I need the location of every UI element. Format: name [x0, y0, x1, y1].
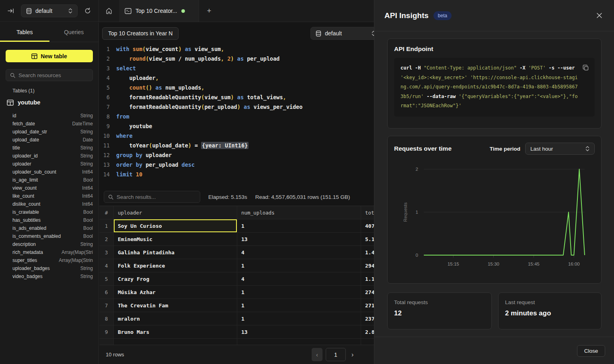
table-grid-icon [7, 100, 14, 106]
cell-num-uploads[interactable]: 13 [237, 233, 361, 245]
sidebar-item-youtube-table[interactable]: youtube [6, 97, 93, 108]
column-header-index[interactable]: # [99, 206, 114, 219]
cell-num-uploads[interactable]: 1 [237, 259, 361, 272]
row-index[interactable]: 1 [99, 219, 114, 232]
table-column: is_ads_enabledBool [12, 224, 93, 232]
svg-text:1: 1 [416, 210, 418, 215]
last-request-value: 2 minutes ago [505, 309, 595, 317]
column-name: dislike_count [12, 201, 40, 207]
curl-command: curl -H "Content-Type: application/json"… [400, 63, 579, 111]
row-index[interactable]: 5 [99, 272, 114, 285]
cell-num-uploads[interactable]: 1 [237, 312, 361, 325]
panel-close-button[interactable] [595, 11, 604, 20]
copy-button[interactable] [581, 63, 591, 73]
row-index[interactable]: 2 [99, 233, 114, 245]
cell-uploader[interactable]: mralorn [114, 312, 237, 325]
api-endpoint-card: API Endpoint curl -H "Content-Type: appl… [387, 39, 602, 129]
collapse-sidebar-button[interactable] [6, 6, 16, 16]
table-column: video_badgesString [12, 272, 93, 280]
table-column: dislike_countInt64 [12, 200, 93, 208]
svg-text:2: 2 [416, 167, 418, 172]
resource-search-input[interactable] [18, 72, 88, 78]
cell-num-uploads[interactable]: 1 [237, 299, 361, 312]
row-index[interactable]: 9 [99, 325, 114, 338]
api-endpoint-title: API Endpoint [394, 45, 595, 53]
cell-num-uploads[interactable]: 13 [237, 325, 361, 338]
unsaved-changes-dot [181, 9, 185, 13]
terminal-icon [125, 8, 131, 14]
line-number: 6 [99, 92, 110, 102]
cell-num-uploads[interactable]: 1 [237, 286, 361, 299]
column-type: Int64 [82, 201, 93, 207]
column-name: uploader_sub_count [12, 169, 56, 175]
cell-num-uploads[interactable]: 1 [237, 219, 361, 232]
line-number: 5 [99, 83, 110, 92]
cell-uploader[interactable]: Bruno Mars [114, 325, 237, 338]
refresh-button[interactable] [82, 6, 93, 16]
last-request-card: Last request 2 minutes ago [498, 292, 602, 329]
copy-icon [582, 64, 589, 71]
time-period-value: Last hour [530, 146, 582, 152]
new-table-label: New table [41, 53, 67, 59]
table-column-list: idStringfetch_dateDateTimeupload_date_st… [12, 112, 93, 280]
previous-page-button[interactable]: ‹ [312, 348, 322, 361]
row-index[interactable]: 7 [99, 299, 114, 312]
row-index[interactable]: 4 [99, 259, 114, 272]
table-column: is_age_limitBool [12, 176, 93, 184]
tab-queries[interactable]: Queries [49, 22, 99, 42]
column-name: rich_metadata [12, 249, 43, 255]
tables-section-label: Tables (1) [12, 88, 35, 94]
database-selector[interactable]: default [21, 4, 78, 17]
query-title-chip[interactable]: Top 10 Creators in Year N [102, 27, 179, 40]
column-type: Int64 [82, 193, 93, 199]
tab-tables[interactable]: Tables [0, 22, 49, 42]
results-search-input[interactable] [117, 194, 196, 200]
cell-num-uploads[interactable]: 4 [237, 272, 361, 285]
new-table-button[interactable]: New table [6, 50, 93, 62]
row-index[interactable]: 3 [99, 246, 114, 259]
cell-uploader[interactable]: Galinha Pintadinha [114, 246, 237, 259]
line-number: 9 [99, 121, 110, 131]
column-header-uploader[interactable]: uploader [114, 206, 237, 219]
requests-chart: 012Requests15:1515:3015:4516:00 [388, 136, 602, 284]
svg-text:Requests: Requests [403, 202, 408, 222]
current-page[interactable]: 1 [326, 348, 346, 361]
query-tab[interactable]: Top 10 Creator... [119, 0, 199, 22]
cell-uploader[interactable]: Folk Experience [114, 259, 237, 272]
cell-uploader[interactable]: The Crevatin Fam [114, 299, 237, 312]
sql-editor[interactable]: 1with sum(view_count) as view_sum,2 roun… [99, 44, 381, 186]
api-insights-header: API Insights beta [374, 0, 614, 31]
cell-uploader[interactable]: Músika Azhar [114, 286, 237, 299]
code-line: 5 count() as num_uploads, [99, 83, 381, 92]
time-period-selector[interactable]: Last hour [525, 143, 595, 155]
column-type: String [80, 129, 93, 135]
sidebar: Tables Queries New table Tables (1) yout… [0, 22, 99, 364]
next-page-button[interactable]: › [349, 351, 356, 358]
cell-num-uploads[interactable]: 4 [237, 246, 361, 259]
table-column: uploader_badgesString [12, 264, 93, 272]
row-index[interactable]: 8 [99, 312, 114, 325]
search-icon [10, 73, 15, 78]
column-name: video_badges [12, 274, 43, 279]
svg-text:16:00: 16:00 [568, 262, 580, 266]
close-button[interactable]: Close [577, 345, 605, 357]
table-column: uploader_idString [12, 152, 93, 160]
column-type: String [80, 113, 93, 119]
cell-uploader[interactable]: EminemMusic [114, 233, 237, 245]
total-requests-card: Total requests 12 [387, 292, 492, 329]
query-tab-title: Top 10 Creator... [136, 8, 177, 14]
row-index[interactable]: 6 [99, 286, 114, 299]
panel-title: API Insights [384, 11, 429, 20]
column-name: fetch_date [12, 121, 35, 127]
column-header-num-uploads[interactable]: num_uploads [237, 206, 361, 219]
home-button[interactable] [99, 0, 119, 22]
chevron-updown-icon [68, 8, 72, 14]
line-number: 2 [99, 54, 110, 63]
column-type: Bool [83, 177, 93, 183]
line-number: 1 [99, 44, 110, 54]
cell-uploader[interactable]: Crazy Frog [114, 272, 237, 285]
new-tab-button[interactable]: + [199, 0, 219, 22]
cell-uploader[interactable]: Soy Un Curioso [114, 219, 237, 232]
editor-database-selector[interactable]: default [310, 27, 381, 40]
pagination: ‹ 1 › [312, 348, 356, 361]
